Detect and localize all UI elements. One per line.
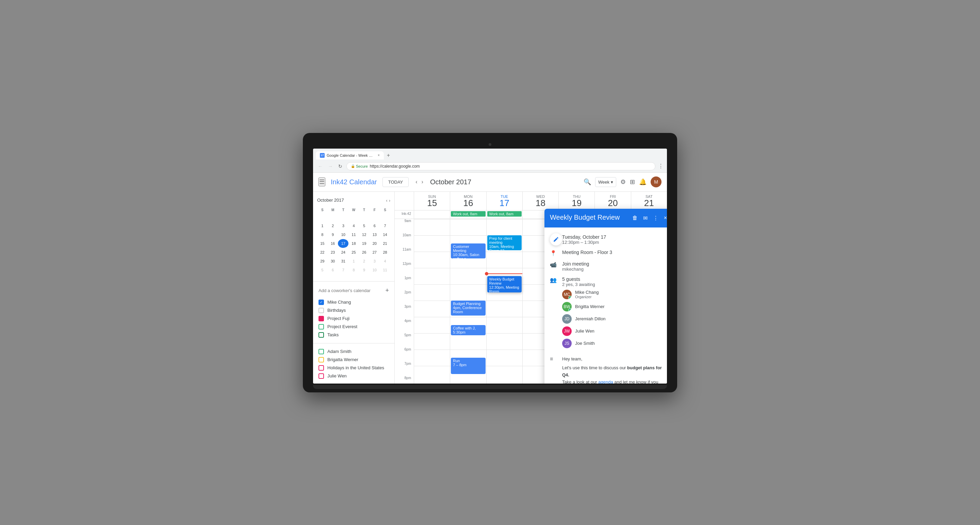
day-header-fri[interactable]: Fri 20 xyxy=(595,192,630,210)
day-header-thu[interactable]: Thu 19 xyxy=(558,192,595,210)
cal-day[interactable]: 7 xyxy=(338,266,348,274)
cal-day[interactable] xyxy=(348,213,359,221)
cal-day[interactable]: 12 xyxy=(359,230,369,239)
cal-day[interactable]: 26 xyxy=(359,248,369,257)
all-day-sun[interactable] xyxy=(414,211,450,219)
cal-day[interactable]: 1 xyxy=(317,221,328,230)
cal-item-julie-wen[interactable]: Julie Wen xyxy=(313,372,395,380)
avatar[interactable]: M xyxy=(651,176,662,187)
next-week-btn[interactable]: › xyxy=(420,178,425,186)
day-header-tue[interactable]: Tue 17 xyxy=(486,192,522,210)
day-col-tue[interactable]: Prep for client meeting 10am, Meeting Ro… xyxy=(486,219,522,384)
budget-planning-event[interactable]: Budget Planning 4pm, Conference Room xyxy=(451,301,485,316)
menu-btn[interactable]: ☰ xyxy=(318,178,325,186)
all-day-mon[interactable]: Work out, 8am xyxy=(450,211,486,219)
cal-day[interactable] xyxy=(369,213,380,221)
popup-close-btn[interactable]: × xyxy=(662,214,667,222)
cal-day[interactable]: 27 xyxy=(369,248,380,257)
cal-day[interactable]: 11 xyxy=(380,266,390,274)
cal-item-brigatta-werner[interactable]: Brigatta Werner xyxy=(313,356,395,364)
browser-menu-btn[interactable]: ⋮ xyxy=(658,163,663,169)
cal-item-mike-chang[interactable]: ✓ Mike Chang xyxy=(313,298,395,306)
popup-more-btn[interactable]: ⋮ xyxy=(652,214,660,223)
apps-btn[interactable]: ⊞ xyxy=(630,178,635,186)
desc-agenda-link[interactable]: agenda xyxy=(598,379,613,384)
settings-btn[interactable]: ⚙ xyxy=(620,178,626,186)
cal-day[interactable]: 22 xyxy=(317,248,328,257)
workout-tue-event[interactable]: Work out, 8am xyxy=(487,211,522,217)
day-header-mon[interactable]: Mon 16 xyxy=(450,192,486,210)
cal-checkbox-julie-wen[interactable] xyxy=(318,373,324,379)
cal-day[interactable]: 25 xyxy=(348,248,359,257)
cal-day[interactable]: 30 xyxy=(328,257,338,266)
prev-week-btn[interactable]: ‹ xyxy=(414,178,418,186)
cal-day[interactable]: 23 xyxy=(328,248,338,257)
day-col-mon[interactable]: Customer Meeting 10:30am, Salon coffee s… xyxy=(450,219,486,384)
cal-day[interactable] xyxy=(359,213,369,221)
tab-close-btn[interactable]: × xyxy=(378,153,380,157)
cal-checkbox-mike-chang[interactable]: ✓ xyxy=(318,300,324,305)
customer-meeting-event[interactable]: Customer Meeting 10:30am, Salon coffee s xyxy=(451,243,485,259)
cal-day[interactable]: 1 xyxy=(348,257,359,266)
cal-day[interactable]: 28 xyxy=(380,248,390,257)
cal-day-today[interactable]: 17 xyxy=(338,239,348,248)
cal-item-birthdays[interactable]: Birthdays xyxy=(313,306,395,314)
add-coworker-section[interactable]: + xyxy=(313,284,395,297)
cal-day[interactable]: 6 xyxy=(369,221,380,230)
cal-item-project-everest[interactable]: Project Everest xyxy=(313,323,395,331)
cal-day[interactable]: 20 xyxy=(369,239,380,248)
cal-checkbox-birthdays[interactable] xyxy=(318,308,324,313)
cal-day[interactable]: 5 xyxy=(317,266,328,274)
cal-item-holidays[interactable]: Holidays in the United States xyxy=(313,364,395,372)
cal-day[interactable]: 13 xyxy=(369,230,380,239)
cal-day[interactable] xyxy=(338,213,348,221)
cal-day[interactable]: 15 xyxy=(317,239,328,248)
refresh-btn[interactable]: ↻ xyxy=(337,163,344,170)
day-col-sun[interactable] xyxy=(414,219,450,384)
cal-day[interactable]: 18 xyxy=(348,239,359,248)
cal-day[interactable]: 8 xyxy=(348,266,359,274)
today-btn[interactable]: TODAY xyxy=(382,177,409,187)
address-bar[interactable]: 🔒 Secure https://calendar.google.com xyxy=(347,162,655,170)
cal-day[interactable]: 16 xyxy=(328,239,338,248)
cal-day[interactable]: 21 xyxy=(380,239,390,248)
cal-day[interactable]: 8 xyxy=(317,230,328,239)
cal-day[interactable]: 31 xyxy=(338,257,348,266)
cal-day[interactable] xyxy=(328,213,338,221)
popup-email-btn[interactable]: ✉ xyxy=(642,214,649,223)
cal-day[interactable]: 2 xyxy=(328,221,338,230)
browser-tab-active[interactable]: 17 Google Calendar - Week of Oc... × xyxy=(316,151,384,159)
cal-day[interactable]: 3 xyxy=(338,221,348,230)
run-event[interactable]: Run 7 – 8pm xyxy=(451,358,485,374)
cal-day[interactable]: 4 xyxy=(380,257,390,266)
cal-item-tasks[interactable]: Tasks xyxy=(313,331,395,339)
forward-btn[interactable]: → xyxy=(327,163,334,170)
cal-day[interactable]: 9 xyxy=(359,266,369,274)
cal-item-adam-smith[interactable]: Adam Smith xyxy=(313,347,395,356)
popup-edit-fab[interactable] xyxy=(550,233,562,246)
cal-day[interactable]: 14 xyxy=(380,230,390,239)
cal-day[interactable]: 19 xyxy=(359,239,369,248)
view-select[interactable]: Week ▾ xyxy=(595,177,616,187)
cal-checkbox-holidays[interactable] xyxy=(318,365,324,371)
day-header-sun[interactable]: Sun 15 xyxy=(414,192,450,210)
cal-day[interactable]: 10 xyxy=(338,230,348,239)
cal-day[interactable]: 2 xyxy=(359,257,369,266)
coffee-event[interactable]: Coffee with J, 5:30pm xyxy=(451,325,485,335)
cal-day[interactable]: 10 xyxy=(369,266,380,274)
day-header-wed[interactable]: Wed 18 xyxy=(522,192,558,210)
weekly-budget-event[interactable]: Weekly Budget Review 12:30pm, Meeting Ro… xyxy=(487,276,522,292)
day-header-sat[interactable]: Sat 21 xyxy=(631,192,667,210)
cal-day[interactable]: 24 xyxy=(338,248,348,257)
cal-day[interactable]: 3 xyxy=(369,257,380,266)
cal-day[interactable]: 9 xyxy=(328,230,338,239)
add-coworker-input[interactable] xyxy=(318,288,382,293)
cal-day[interactable]: 11 xyxy=(348,230,359,239)
cal-checkbox-project-fuji[interactable] xyxy=(318,316,324,321)
all-day-tue[interactable]: Work out, 8am xyxy=(486,211,522,219)
cal-item-project-fuji[interactable]: Project Fuji xyxy=(313,314,395,323)
cal-day[interactable] xyxy=(317,213,328,221)
cal-checkbox-tasks[interactable] xyxy=(318,332,324,338)
cal-day[interactable]: 4 xyxy=(348,221,359,230)
new-tab-btn[interactable]: + xyxy=(385,151,392,160)
